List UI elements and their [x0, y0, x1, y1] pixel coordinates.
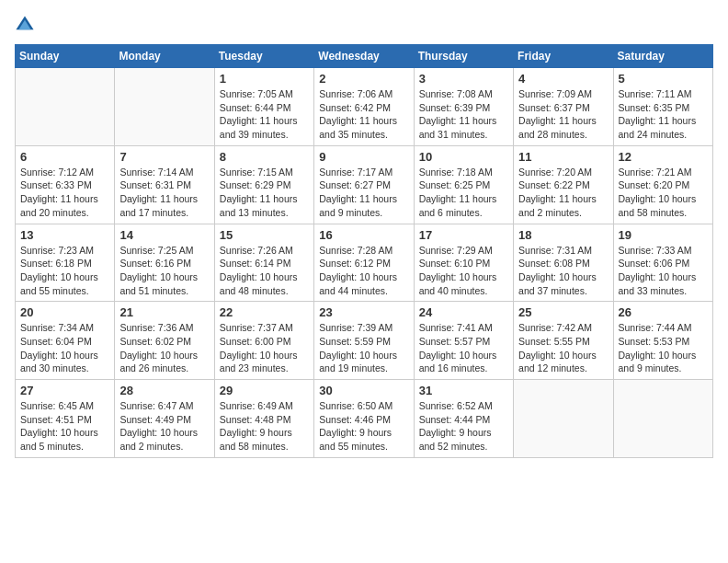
calendar-day-cell: 28Sunrise: 6:47 AM Sunset: 4:49 PM Dayli…: [115, 380, 214, 458]
day-info: Sunrise: 7:31 AM Sunset: 6:08 PM Dayligh…: [518, 244, 608, 298]
calendar-day-cell: 6Sunrise: 7:12 AM Sunset: 6:33 PM Daylig…: [16, 145, 115, 224]
day-number: 10: [419, 150, 508, 164]
day-number: 11: [518, 150, 608, 164]
day-of-week-header: Friday: [514, 45, 613, 68]
calendar-day-cell: 8Sunrise: 7:15 AM Sunset: 6:29 PM Daylig…: [214, 145, 313, 224]
calendar-day-cell: 21Sunrise: 7:36 AM Sunset: 6:02 PM Dayli…: [115, 302, 214, 380]
calendar-day-cell: 15Sunrise: 7:26 AM Sunset: 6:14 PM Dayli…: [214, 224, 313, 302]
calendar-day-cell: 18Sunrise: 7:31 AM Sunset: 6:08 PM Dayli…: [514, 224, 613, 302]
calendar-day-cell: 27Sunrise: 6:45 AM Sunset: 4:51 PM Dayli…: [16, 380, 115, 458]
calendar-day-cell: [115, 68, 214, 146]
calendar-week-row: 13Sunrise: 7:23 AM Sunset: 6:18 PM Dayli…: [16, 224, 713, 302]
calendar-day-cell: 22Sunrise: 7:37 AM Sunset: 6:00 PM Dayli…: [214, 302, 313, 380]
day-info: Sunrise: 7:09 AM Sunset: 6:37 PM Dayligh…: [518, 87, 608, 142]
day-info: Sunrise: 6:49 AM Sunset: 4:48 PM Dayligh…: [220, 399, 309, 454]
calendar-day-cell: [613, 380, 712, 458]
day-number: 18: [518, 228, 608, 242]
calendar-day-cell: [514, 380, 613, 458]
day-of-week-header: Wednesday: [314, 45, 414, 68]
day-of-week-header: Saturday: [613, 45, 712, 68]
day-info: Sunrise: 7:44 AM Sunset: 5:53 PM Dayligh…: [619, 321, 708, 375]
day-info: Sunrise: 7:34 AM Sunset: 6:04 PM Dayligh…: [20, 321, 109, 375]
day-info: Sunrise: 7:12 AM Sunset: 6:33 PM Dayligh…: [20, 166, 109, 220]
day-number: 31: [419, 384, 508, 397]
day-number: 1: [220, 72, 309, 86]
calendar-header-row: SundayMondayTuesdayWednesdayThursdayFrid…: [16, 45, 713, 68]
day-info: Sunrise: 7:15 AM Sunset: 6:29 PM Dayligh…: [220, 166, 309, 220]
calendar-day-cell: 30Sunrise: 6:50 AM Sunset: 4:46 PM Dayli…: [314, 380, 414, 458]
calendar-day-cell: 16Sunrise: 7:28 AM Sunset: 6:12 PM Dayli…: [314, 224, 414, 302]
calendar-day-cell: 17Sunrise: 7:29 AM Sunset: 6:10 PM Dayli…: [414, 224, 513, 302]
day-info: Sunrise: 7:21 AM Sunset: 6:20 PM Dayligh…: [619, 166, 708, 220]
day-info: Sunrise: 7:41 AM Sunset: 5:57 PM Dayligh…: [419, 321, 508, 375]
day-info: Sunrise: 7:25 AM Sunset: 6:16 PM Dayligh…: [119, 244, 209, 298]
day-number: 7: [119, 150, 209, 164]
day-info: Sunrise: 7:23 AM Sunset: 6:18 PM Dayligh…: [20, 244, 109, 298]
day-info: Sunrise: 7:18 AM Sunset: 6:25 PM Dayligh…: [419, 166, 508, 220]
day-number: 13: [20, 228, 109, 242]
calendar-day-cell: [16, 68, 115, 146]
day-info: Sunrise: 7:06 AM Sunset: 6:42 PM Dayligh…: [319, 87, 408, 142]
day-info: Sunrise: 7:08 AM Sunset: 6:39 PM Dayligh…: [419, 87, 508, 142]
day-number: 30: [319, 384, 408, 397]
day-info: Sunrise: 7:20 AM Sunset: 6:22 PM Dayligh…: [518, 166, 608, 220]
day-number: 8: [220, 150, 309, 164]
calendar-day-cell: 20Sunrise: 7:34 AM Sunset: 6:04 PM Dayli…: [16, 302, 115, 380]
day-number: 20: [20, 305, 109, 319]
calendar-week-row: 1Sunrise: 7:05 AM Sunset: 6:44 PM Daylig…: [16, 68, 713, 146]
calendar-table: SundayMondayTuesdayWednesdayThursdayFrid…: [15, 44, 713, 458]
calendar-day-cell: 7Sunrise: 7:14 AM Sunset: 6:31 PM Daylig…: [115, 145, 214, 224]
day-number: 16: [319, 228, 408, 242]
logo-icon: [15, 15, 35, 35]
day-number: 22: [220, 305, 309, 319]
calendar-day-cell: 26Sunrise: 7:44 AM Sunset: 5:53 PM Dayli…: [613, 302, 712, 380]
day-info: Sunrise: 7:42 AM Sunset: 5:55 PM Dayligh…: [518, 321, 608, 375]
day-number: 21: [119, 305, 209, 319]
day-number: 2: [319, 72, 408, 86]
day-number: 9: [319, 150, 408, 164]
day-info: Sunrise: 7:26 AM Sunset: 6:14 PM Dayligh…: [220, 244, 309, 298]
day-number: 28: [119, 384, 209, 397]
day-number: 23: [319, 305, 408, 319]
calendar-day-cell: 5Sunrise: 7:11 AM Sunset: 6:35 PM Daylig…: [613, 68, 712, 146]
calendar-day-cell: 19Sunrise: 7:33 AM Sunset: 6:06 PM Dayli…: [613, 224, 712, 302]
day-info: Sunrise: 6:52 AM Sunset: 4:44 PM Dayligh…: [419, 399, 508, 454]
day-info: Sunrise: 7:36 AM Sunset: 6:02 PM Dayligh…: [119, 321, 209, 375]
calendar-day-cell: 11Sunrise: 7:20 AM Sunset: 6:22 PM Dayli…: [514, 145, 613, 224]
calendar-day-cell: 2Sunrise: 7:06 AM Sunset: 6:42 PM Daylig…: [314, 68, 414, 146]
calendar-day-cell: 9Sunrise: 7:17 AM Sunset: 6:27 PM Daylig…: [314, 145, 414, 224]
calendar-day-cell: 4Sunrise: 7:09 AM Sunset: 6:37 PM Daylig…: [514, 68, 613, 146]
day-of-week-header: Sunday: [16, 45, 115, 68]
calendar-week-row: 20Sunrise: 7:34 AM Sunset: 6:04 PM Dayli…: [16, 302, 713, 380]
calendar-day-cell: 10Sunrise: 7:18 AM Sunset: 6:25 PM Dayli…: [414, 145, 513, 224]
calendar-day-cell: 12Sunrise: 7:21 AM Sunset: 6:20 PM Dayli…: [613, 145, 712, 224]
day-info: Sunrise: 7:37 AM Sunset: 6:00 PM Dayligh…: [220, 321, 309, 375]
day-number: 3: [419, 72, 508, 86]
day-number: 27: [20, 384, 109, 397]
day-info: Sunrise: 7:14 AM Sunset: 6:31 PM Dayligh…: [119, 166, 209, 220]
day-info: Sunrise: 6:50 AM Sunset: 4:46 PM Dayligh…: [319, 399, 408, 454]
day-info: Sunrise: 6:47 AM Sunset: 4:49 PM Dayligh…: [119, 399, 209, 454]
calendar-day-cell: 1Sunrise: 7:05 AM Sunset: 6:44 PM Daylig…: [214, 68, 313, 146]
calendar-day-cell: 3Sunrise: 7:08 AM Sunset: 6:39 PM Daylig…: [414, 68, 513, 146]
calendar-week-row: 6Sunrise: 7:12 AM Sunset: 6:33 PM Daylig…: [16, 145, 713, 224]
day-info: Sunrise: 7:33 AM Sunset: 6:06 PM Dayligh…: [619, 244, 708, 298]
day-info: Sunrise: 7:39 AM Sunset: 5:59 PM Dayligh…: [319, 321, 408, 375]
day-info: Sunrise: 7:11 AM Sunset: 6:35 PM Dayligh…: [619, 87, 708, 142]
calendar-day-cell: 31Sunrise: 6:52 AM Sunset: 4:44 PM Dayli…: [414, 380, 513, 458]
logo: [15, 15, 42, 35]
day-number: 17: [419, 228, 508, 242]
day-number: 26: [619, 305, 708, 319]
day-info: Sunrise: 7:29 AM Sunset: 6:10 PM Dayligh…: [419, 244, 508, 298]
day-number: 5: [619, 72, 708, 86]
day-of-week-header: Thursday: [414, 45, 513, 68]
calendar-day-cell: 25Sunrise: 7:42 AM Sunset: 5:55 PM Dayli…: [514, 302, 613, 380]
day-number: 6: [20, 150, 109, 164]
calendar-day-cell: 29Sunrise: 6:49 AM Sunset: 4:48 PM Dayli…: [214, 380, 313, 458]
calendar-day-cell: 13Sunrise: 7:23 AM Sunset: 6:18 PM Dayli…: [16, 224, 115, 302]
day-number: 4: [518, 72, 608, 86]
day-number: 12: [619, 150, 708, 164]
day-number: 15: [220, 228, 309, 242]
day-number: 14: [119, 228, 209, 242]
day-info: Sunrise: 7:17 AM Sunset: 6:27 PM Dayligh…: [319, 166, 408, 220]
